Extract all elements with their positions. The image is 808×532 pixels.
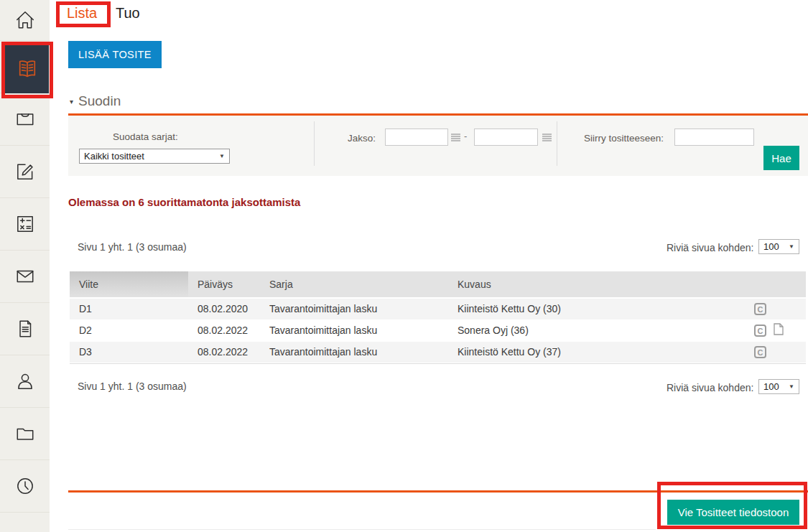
- deferral-warning-text: Olemassa on 6 suorittamatonta jaksottami…: [68, 196, 300, 208]
- search-button[interactable]: Hae: [763, 146, 799, 170]
- table-row[interactable]: D1 08.02.2020 Tavarantoimittajan lasku K…: [70, 299, 806, 320]
- sidebar-item-vouchers[interactable]: [0, 41, 50, 93]
- column-header-sarja[interactable]: Sarja: [260, 271, 448, 297]
- cell-paivays: 08.02.2022: [188, 320, 260, 341]
- sidebar-item-calculator[interactable]: [0, 198, 50, 251]
- column-header-paivays[interactable]: Päiväys: [188, 271, 260, 297]
- filter-section-header[interactable]: ▾ Suodin: [70, 93, 121, 109]
- period-from-input[interactable]: [385, 129, 448, 146]
- tab-lista[interactable]: Lista: [67, 5, 97, 22]
- cell-viite: D2: [70, 320, 188, 341]
- column-header-viite[interactable]: Viite: [70, 271, 188, 297]
- add-voucher-button[interactable]: LISÄÄ TOSITE: [68, 41, 162, 68]
- goto-voucher-label: Siirry tositteeseen:: [584, 133, 664, 144]
- copy-icon[interactable]: C: [754, 325, 766, 337]
- rows-per-page-value: 100: [763, 241, 779, 252]
- inbox-icon: [14, 108, 36, 130]
- copy-icon[interactable]: C: [754, 346, 766, 358]
- document-icon: [14, 318, 36, 340]
- rows-per-page-select-top[interactable]: 100 ▼: [758, 239, 799, 254]
- calculator-icon: [14, 213, 36, 235]
- period-from-picker-icon[interactable]: [451, 132, 460, 145]
- goto-voucher-input[interactable]: [674, 129, 754, 146]
- filter-divider: [314, 121, 315, 166]
- cell-kuvaus: Kiinteistö Kettu Oy (37): [448, 342, 806, 363]
- voucher-table: Viite Päiväys Sarja Kuvaus D1 08.02.2020…: [70, 271, 806, 364]
- period-to-input[interactable]: [474, 129, 538, 146]
- chevron-down-icon: ▼: [789, 243, 794, 250]
- copy-icon[interactable]: C: [754, 303, 766, 315]
- filter-panel: Suodata sarjat: Kaikki tositteet ▼ Jakso…: [68, 116, 808, 176]
- rows-per-page-value: 100: [763, 381, 779, 392]
- folder-icon: [14, 423, 36, 444]
- rows-per-page-label-top: Riviä sivua kohden:: [667, 242, 753, 253]
- sidebar: [0, 0, 50, 532]
- sidebar-item-folders[interactable]: [0, 408, 50, 460]
- period-range-separator: -: [464, 131, 467, 141]
- table-row[interactable]: D2 08.02.2022 Tavarantoimittajan lasku S…: [70, 320, 806, 342]
- app-root: Lista Tuo LISÄÄ TOSITE ▾ Suodin Suodata …: [0, 0, 808, 532]
- cell-sarja: Tavarantoimittajan lasku: [260, 342, 448, 363]
- attachment-document-icon[interactable]: [774, 323, 784, 338]
- table-row[interactable]: D3 08.02.2022 Tavarantoimittajan lasku K…: [70, 342, 806, 363]
- sidebar-item-home[interactable]: [0, 0, 50, 41]
- cell-sarja: Tavarantoimittajan lasku: [260, 299, 448, 319]
- tab-tuo[interactable]: Tuo: [116, 5, 140, 22]
- chevron-down-icon: ▼: [789, 383, 794, 390]
- cell-viite: D3: [70, 342, 188, 363]
- sidebar-item-persons[interactable]: [0, 355, 50, 408]
- cell-viite: D1: [70, 299, 188, 319]
- export-vouchers-button[interactable]: Vie Tositteet tiedostoon: [667, 500, 799, 525]
- row-icon-group: C: [754, 342, 766, 363]
- footer-accent-line: [68, 490, 808, 493]
- rows-per-page-label-bottom: Riviä sivua kohden:: [667, 382, 753, 393]
- cell-kuvaus: Sonera Oyj (36): [448, 320, 806, 341]
- cell-kuvaus: Kiinteistö Kettu Oy (30): [448, 299, 806, 319]
- chevron-down-icon: ▼: [219, 153, 225, 159]
- row-icon-group: C: [754, 299, 766, 319]
- cell-paivays: 08.02.2020: [188, 299, 260, 319]
- page-summary-top: Sivu 1 yht. 1 (3 osumaa): [78, 241, 187, 253]
- filter-divider: [557, 121, 557, 166]
- vouchers-active-tile: [5, 45, 49, 93]
- cell-sarja: Tavarantoimittajan lasku: [260, 320, 448, 341]
- series-filter-select[interactable]: Kaikki tositteet ▼: [79, 149, 230, 164]
- footer-faint-line: [68, 529, 656, 530]
- sidebar-item-inbox[interactable]: [0, 93, 50, 146]
- series-filter-value: Kaikki tositteet: [84, 151, 144, 162]
- edit-icon: [14, 161, 36, 182]
- period-to-picker-icon[interactable]: [542, 132, 552, 145]
- mail-icon: [14, 266, 36, 287]
- home-icon: [14, 9, 36, 31]
- page-summary-bottom: Sivu 1 yht. 1 (3 osumaa): [78, 381, 187, 392]
- book-icon: [16, 57, 39, 80]
- filter-title: Suodin: [78, 93, 121, 109]
- cell-paivays: 08.02.2022: [188, 342, 260, 363]
- person-icon: [14, 370, 36, 392]
- series-filter-label: Suodata sarjat:: [113, 131, 178, 142]
- sidebar-item-documents[interactable]: [0, 303, 50, 355]
- row-icon-group: C: [754, 320, 784, 341]
- sidebar-item-mail[interactable]: [0, 251, 50, 303]
- table-header-row: Viite Päiväys Sarja Kuvaus: [70, 271, 806, 297]
- sidebar-item-history[interactable]: [0, 460, 50, 513]
- clock-icon: [14, 475, 36, 497]
- column-header-kuvaus[interactable]: Kuvaus: [448, 271, 806, 297]
- sidebar-item-edit[interactable]: [0, 146, 50, 198]
- rows-per-page-select-bottom[interactable]: 100 ▼: [758, 379, 799, 394]
- collapse-triangle-icon: ▾: [70, 98, 73, 106]
- period-label: Jakso:: [348, 133, 376, 144]
